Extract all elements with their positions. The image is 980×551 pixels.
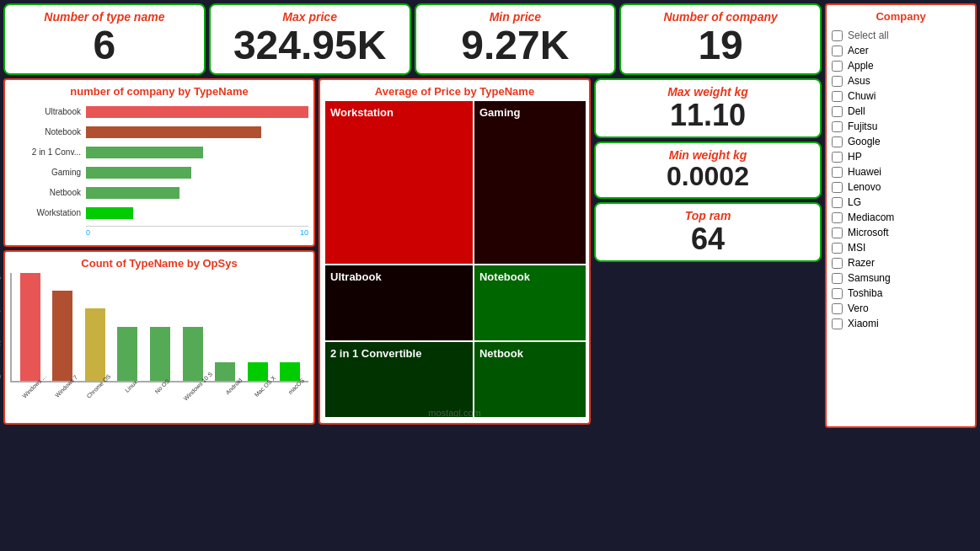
company-item[interactable]: Google bbox=[832, 134, 970, 149]
company-panel: Company Select all AcerAppleAsusChuwiDel… bbox=[825, 3, 977, 428]
col-bar-group bbox=[80, 273, 110, 381]
kpi-max-price: Max price 324.95K bbox=[209, 3, 411, 75]
company-checkbox[interactable] bbox=[832, 197, 843, 208]
company-label: Vero bbox=[848, 302, 869, 314]
treemap-cell-label: Workstation bbox=[330, 106, 394, 119]
company-item[interactable]: Huawei bbox=[832, 164, 970, 179]
bar-label: Netbook bbox=[10, 188, 86, 197]
kpi-top-ram-title: Top ram bbox=[604, 209, 811, 222]
company-checkbox[interactable] bbox=[832, 167, 843, 178]
kpi-max-price-title: Max price bbox=[219, 10, 401, 24]
select-all-checkbox[interactable] bbox=[832, 30, 843, 41]
top-kpi-row: Number of type name 6 Max price 324.95K … bbox=[3, 3, 822, 75]
company-label: Dell bbox=[848, 105, 865, 117]
company-checkbox[interactable] bbox=[832, 152, 843, 163]
company-checkbox[interactable] bbox=[832, 121, 843, 132]
kpi-min-price-title: Min price bbox=[425, 10, 607, 24]
company-checkbox[interactable] bbox=[832, 227, 843, 238]
company-item[interactable]: Apple bbox=[832, 58, 970, 73]
company-checkbox[interactable] bbox=[832, 61, 843, 72]
company-checkbox[interactable] bbox=[832, 212, 843, 223]
bar-row: Ultrabook bbox=[10, 104, 308, 120]
company-item[interactable]: Xiaomi bbox=[832, 316, 970, 331]
col-bar-group bbox=[210, 273, 240, 381]
company-checkbox[interactable] bbox=[832, 91, 843, 102]
kpi-min-price-value: 9.27K bbox=[425, 24, 607, 68]
company-checkbox[interactable] bbox=[832, 182, 843, 193]
axis-end: 10 bbox=[197, 228, 308, 237]
y-label: 0 bbox=[0, 372, 1, 381]
kpi-max-price-value: 324.95K bbox=[219, 24, 401, 68]
kpi-num-company: Number of company 19 bbox=[619, 3, 822, 75]
right-kpis: Max weight kg 11.10 Min weight kg 0.0002… bbox=[594, 78, 822, 425]
treemap-cell: 2 in 1 Convertible bbox=[325, 342, 473, 417]
company-item[interactable]: Chuwi bbox=[832, 88, 970, 104]
company-item[interactable]: Toshiba bbox=[832, 286, 970, 301]
company-label: Google bbox=[848, 136, 881, 147]
col-bar-group bbox=[145, 273, 175, 381]
bar-row: Netbook bbox=[10, 185, 308, 201]
company-checkbox[interactable] bbox=[832, 318, 843, 329]
company-checkbox[interactable] bbox=[832, 273, 843, 284]
company-checkbox[interactable] bbox=[832, 106, 843, 117]
company-checkbox[interactable] bbox=[832, 45, 843, 56]
bar-label: Gaming bbox=[10, 168, 86, 177]
company-item[interactable]: Razer bbox=[832, 255, 970, 270]
col-bar bbox=[85, 308, 105, 380]
kpi-top-ram-value: 64 bbox=[604, 222, 811, 256]
company-item[interactable]: Samsung bbox=[832, 270, 970, 286]
company-item[interactable]: HP bbox=[832, 149, 970, 164]
company-item[interactable]: Lenovo bbox=[832, 179, 970, 195]
y-label: 2 bbox=[0, 339, 1, 347]
treemap-title: Average of Price by TypeName bbox=[325, 85, 584, 98]
company-label: Razer bbox=[848, 257, 875, 269]
treemap-cell: Ultrabook bbox=[325, 265, 473, 340]
company-label: MSI bbox=[848, 242, 865, 254]
company-item[interactable]: Microsoft bbox=[832, 225, 970, 240]
select-all-item[interactable]: Select all bbox=[832, 28, 970, 43]
company-label: Fujitsu bbox=[848, 120, 877, 132]
bar-inner bbox=[86, 126, 261, 138]
bar-outer bbox=[86, 187, 308, 199]
company-checkbox[interactable] bbox=[832, 76, 843, 87]
select-all-label: Select all bbox=[848, 29, 889, 41]
company-checkbox[interactable] bbox=[832, 303, 843, 314]
company-panel-title: Company bbox=[832, 10, 970, 23]
company-label: LG bbox=[848, 196, 861, 208]
treemap-container: WorkstationGamingUltrabookNotebook2 in 1… bbox=[325, 101, 584, 414]
bar-inner bbox=[86, 187, 179, 199]
company-label: Huawei bbox=[848, 166, 881, 178]
treemap-cell-label: 2 in 1 Convertible bbox=[330, 347, 421, 360]
treemap-cell: Notebook bbox=[474, 265, 586, 340]
x-labels-row: Windows ...Windows 7Chrome OSLinuxNo OSW… bbox=[12, 384, 308, 418]
company-item[interactable]: Asus bbox=[832, 73, 970, 88]
kpi-type-name: Number of type name 6 bbox=[3, 3, 206, 75]
bar-inner bbox=[86, 147, 203, 158]
company-item[interactable]: Mediacom bbox=[832, 210, 970, 225]
col-bar bbox=[20, 273, 40, 381]
treemap-cell-label: Gaming bbox=[479, 106, 520, 119]
bar-outer bbox=[86, 167, 308, 179]
company-checkbox[interactable] bbox=[832, 243, 843, 254]
company-checkbox[interactable] bbox=[832, 258, 843, 269]
watermark: mostaql.com bbox=[428, 408, 480, 418]
kpi-max-weight: Max weight kg 11.10 bbox=[594, 78, 822, 139]
axis-start: 0 bbox=[86, 228, 197, 237]
company-item[interactable]: MSI bbox=[832, 240, 970, 255]
kpi-top-ram: Top ram 64 bbox=[594, 202, 822, 263]
company-item[interactable]: LG bbox=[832, 195, 970, 210]
company-item[interactable]: Fujitsu bbox=[832, 119, 970, 134]
bar-chart-title: number of company by TypeName bbox=[10, 85, 308, 98]
bar-inner bbox=[86, 106, 308, 118]
company-list: AcerAppleAsusChuwiDellFujitsuGoogleHPHua… bbox=[832, 43, 970, 331]
treemap-cell-label: Ultrabook bbox=[330, 270, 382, 283]
company-item[interactable]: Vero bbox=[832, 301, 970, 316]
bar-label: 2 in 1 Conv... bbox=[10, 147, 86, 157]
company-item[interactable]: Dell bbox=[832, 104, 970, 119]
company-checkbox[interactable] bbox=[832, 136, 843, 147]
company-checkbox[interactable] bbox=[832, 288, 843, 299]
left-charts: number of company by TypeName Ultrabook … bbox=[3, 78, 315, 425]
bar-chart-card: number of company by TypeName Ultrabook … bbox=[3, 78, 315, 247]
bar-inner bbox=[86, 167, 191, 179]
company-item[interactable]: Acer bbox=[832, 43, 970, 58]
